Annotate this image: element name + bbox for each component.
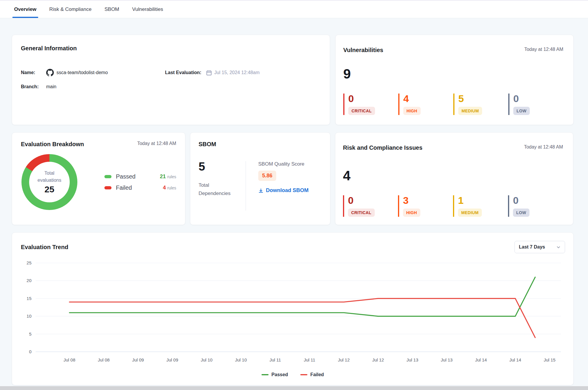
svg-text:Jul 14: Jul 14 xyxy=(475,357,487,362)
svg-text:20: 20 xyxy=(26,278,31,283)
critical-count: 0 xyxy=(348,94,398,104)
vulnerabilities-timestamp: Today at 12:48 AM xyxy=(524,47,563,52)
risk-high: 3 HIGH xyxy=(398,195,453,217)
risk-compliance-title: Risk and Compliance Issues xyxy=(343,144,422,151)
critical-count: 0 xyxy=(348,195,398,205)
total-dependencies-label: Total Dependencies xyxy=(199,181,234,198)
legend-failed: Failed 4rules xyxy=(104,184,176,191)
high-badge: HIGH xyxy=(403,209,420,217)
svg-text:Jul 08: Jul 08 xyxy=(64,357,75,362)
low-badge: LOW xyxy=(513,209,529,217)
calendar-icon xyxy=(206,70,212,76)
donut-center-label: Total evaluations xyxy=(33,170,66,184)
svg-text:25: 25 xyxy=(26,260,31,265)
vulnerabilities-title: Vulnerabilities xyxy=(343,47,383,54)
sbom-title: SBOM xyxy=(199,141,216,148)
tab-vulnerabilities[interactable]: Vulnerabilities xyxy=(132,1,163,18)
evaluation-trend-card: Evaluation Trend Last 7 Days 0510152025J… xyxy=(12,232,574,385)
last-evaluation-label: Last Evaluation: xyxy=(165,70,201,75)
vulnerabilities-medium: 5 MEDIUM xyxy=(453,94,508,115)
download-sbom-link[interactable]: Download SBOM xyxy=(258,187,309,194)
failed-unit: rules xyxy=(167,186,176,190)
tab-risk-compliance[interactable]: Risk & Compliance xyxy=(49,1,92,18)
trend-legend: Passed Failed xyxy=(12,372,573,377)
failed-line-icon xyxy=(300,374,307,375)
evaluation-breakdown-title: Evaluation Breakdown xyxy=(21,141,84,148)
tab-sbom[interactable]: SBOM xyxy=(104,1,119,18)
svg-text:Jul 09: Jul 09 xyxy=(166,357,178,362)
failed-pill-icon xyxy=(104,186,111,189)
passed-count: 21 xyxy=(160,174,166,179)
svg-text:Jul 12: Jul 12 xyxy=(338,357,350,362)
svg-text:5: 5 xyxy=(29,331,31,336)
failed-count: 4 xyxy=(163,185,166,191)
high-count: 4 xyxy=(403,94,453,104)
evaluation-breakdown-card: Evaluation Breakdown Today at 12:48 AM T… xyxy=(12,132,185,225)
risk-compliance-timestamp: Today at 12:48 AM xyxy=(524,144,563,150)
svg-text:Jul 14: Jul 14 xyxy=(509,357,521,362)
sbom-quality-score-label: SBOM Quality Score xyxy=(258,161,309,167)
passed-unit: rules xyxy=(167,174,176,179)
branch-value: main xyxy=(46,84,56,89)
medium-count: 5 xyxy=(458,94,508,104)
time-range-dropdown[interactable]: Last 7 Days xyxy=(514,241,565,253)
svg-text:Jul 13: Jul 13 xyxy=(441,357,453,362)
medium-count: 1 xyxy=(458,195,508,205)
svg-text:Jul 10: Jul 10 xyxy=(201,357,212,362)
risk-critical: 0 CRITICAL xyxy=(343,195,398,217)
general-information-title: General Information xyxy=(21,45,77,52)
high-badge: HIGH xyxy=(403,107,421,115)
window-bottom-edge xyxy=(0,386,588,390)
svg-text:15: 15 xyxy=(26,296,31,301)
chevron-down-icon xyxy=(556,245,561,249)
passed-line-icon xyxy=(261,374,269,375)
risk-medium: 1 MEDIUM xyxy=(453,195,508,217)
sbom-quality-score-badge: 5.86 xyxy=(258,171,276,181)
passed-label: Passed xyxy=(116,173,136,180)
download-icon xyxy=(258,188,264,193)
divider xyxy=(246,161,246,211)
svg-text:Jul 08: Jul 08 xyxy=(98,357,110,362)
evaluation-trend-title: Evaluation Trend xyxy=(21,244,68,251)
repo-name-value: ssca-team/todolist-demo xyxy=(56,70,108,75)
trend-failed-label: Failed xyxy=(310,372,324,377)
total-dependencies-count: 5 xyxy=(199,161,246,172)
passed-pill-icon xyxy=(104,175,111,178)
page-content: General Information Name: ssca-team/todo… xyxy=(0,18,588,385)
risk-compliance-card: Risk and Compliance Issues Today at 12:4… xyxy=(335,132,573,225)
evaluation-breakdown-timestamp: Today at 12:48 AM xyxy=(137,141,176,146)
medium-badge: MEDIUM xyxy=(458,209,482,217)
legend-passed: Passed 21rules xyxy=(104,173,176,180)
svg-text:Jul 13: Jul 13 xyxy=(407,357,418,362)
risk-compliance-total: 4 xyxy=(343,169,563,182)
svg-text:Jul 11: Jul 11 xyxy=(304,357,315,362)
svg-text:Jul 11: Jul 11 xyxy=(269,357,281,362)
critical-badge: CRITICAL xyxy=(348,209,375,217)
name-label: Name: xyxy=(21,70,46,75)
evaluations-donut-chart: Total evaluations 25 xyxy=(21,154,77,210)
svg-text:Jul 10: Jul 10 xyxy=(235,357,247,362)
tab-bar: Overview Risk & Compliance SBOM Vulnerab… xyxy=(0,0,588,18)
last-evaluation-value: Jul 15, 2024 12:48am xyxy=(214,70,260,75)
vulnerabilities-high: 4 HIGH xyxy=(398,94,453,115)
vulnerabilities-low: 0 LOW xyxy=(508,94,563,115)
trend-passed-label: Passed xyxy=(271,372,288,377)
svg-text:10: 10 xyxy=(26,314,31,319)
medium-badge: MEDIUM xyxy=(458,107,482,115)
sbom-card: SBOM 5 Total Dependencies SBOM Quality S… xyxy=(190,132,330,225)
low-count: 0 xyxy=(513,94,563,104)
download-sbom-label: Download SBOM xyxy=(266,187,309,194)
risk-low: 0 LOW xyxy=(508,195,563,217)
critical-badge: CRITICAL xyxy=(348,107,375,115)
trend-legend-failed: Failed xyxy=(300,372,324,377)
donut-center-value: 25 xyxy=(44,184,54,194)
svg-text:0: 0 xyxy=(29,349,31,354)
vulnerabilities-card: Vulnerabilities Today at 12:48 AM 9 0 CR… xyxy=(335,35,574,125)
branch-label: Branch: xyxy=(21,84,46,89)
github-icon xyxy=(46,69,54,76)
general-information-card: General Information Name: ssca-team/todo… xyxy=(12,35,330,125)
tab-overview[interactable]: Overview xyxy=(14,1,36,18)
low-count: 0 xyxy=(513,195,563,205)
failed-label: Failed xyxy=(116,184,132,191)
trend-legend-passed: Passed xyxy=(261,372,288,377)
